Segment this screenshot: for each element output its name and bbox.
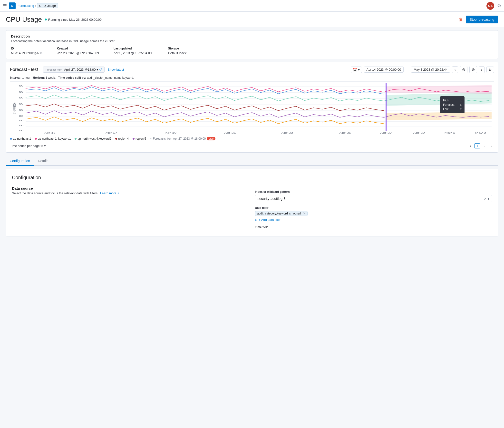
page-2-button[interactable]: 2 xyxy=(481,143,487,148)
id-value: M8d148bD8901fgJk ⧉ xyxy=(11,51,42,55)
forecast-star-icon: ✦ xyxy=(150,137,152,140)
refresh-icon: ↺ xyxy=(99,68,102,71)
tooltip-low-label: Low xyxy=(443,107,448,111)
tab-configuration[interactable]: Configuration xyxy=(6,156,34,166)
tooltip-low-close[interactable]: x xyxy=(460,107,462,111)
live-badge: Live xyxy=(207,137,215,140)
svg-marker-29 xyxy=(386,85,492,94)
page-prev-button[interactable]: ‹ xyxy=(468,143,473,148)
chart-area: 00 00 00 00 00 00 00 00 00 CPU Usage Apr… xyxy=(10,81,494,135)
zoom-in-button[interactable]: ⊕ xyxy=(469,66,477,73)
external-link-icon: ↗ xyxy=(117,192,119,195)
hamburger-icon[interactable]: ☰ xyxy=(3,3,7,9)
add-filter-button[interactable]: ⊕ + Add data filter xyxy=(255,218,281,222)
avatar[interactable]: OS xyxy=(486,2,494,10)
breadcrumb-separator: / xyxy=(35,4,36,8)
meta-storage: Storage Default index xyxy=(168,47,186,55)
svg-marker-30 xyxy=(386,112,492,120)
legend-dot-4 xyxy=(133,138,135,140)
svg-text:Apr 15: Apr 15 xyxy=(44,132,56,134)
show-latest-button[interactable]: Show latest xyxy=(107,68,124,71)
svg-text:Apr 29: Apr 29 xyxy=(413,132,425,134)
chevron-down-icon-cal: ▾ xyxy=(358,68,360,72)
date-from-input[interactable]: Apr 14 2023 @ 00:00:00 xyxy=(364,67,404,73)
config-card: Configuration Data source Select the dat… xyxy=(6,169,498,236)
svg-text:CPU Usage: CPU Usage xyxy=(12,102,17,114)
svg-text:00: 00 xyxy=(19,124,23,127)
legend-label-2: ap-north-west 4:keyword2 xyxy=(78,137,111,140)
page-nav: ‹ 1 2 › xyxy=(468,143,494,148)
page-next-button[interactable]: › xyxy=(489,143,494,148)
index-value: security-auditlog-3 xyxy=(258,197,285,201)
per-page-chevron-icon: ▾ xyxy=(44,144,46,148)
tooltip-forecast-row: Forecast x xyxy=(443,103,462,107)
split-value: audit_cluster_name, name.keyword. xyxy=(87,76,134,79)
index-label: Index or wildcard pattern xyxy=(255,190,492,194)
horizon-value: 1 week. xyxy=(46,76,56,79)
copy-icon[interactable]: ⧉ xyxy=(40,51,42,55)
description-title: Description xyxy=(11,34,493,38)
learn-more-link[interactable]: Learn more xyxy=(100,191,116,195)
meta-id: ID M8d148bD8901fgJk ⧉ xyxy=(11,47,42,55)
settings-icon[interactable]: ⚙ xyxy=(497,3,501,9)
legend-dot-0 xyxy=(10,138,12,140)
chart-svg: 00 00 00 00 00 00 00 00 00 CPU Usage Apr… xyxy=(10,82,494,135)
forecast-from-pill[interactable]: Forecast from April 27, 2023 @18:00 ▾ ↺ xyxy=(43,67,105,73)
storage-label: Storage xyxy=(168,47,186,50)
clear-icon[interactable]: ✕ xyxy=(484,197,487,201)
tab-details[interactable]: Details xyxy=(34,156,52,166)
zoom-out-button[interactable]: ⊖ xyxy=(460,66,467,73)
running-since-text: Running since May 26, 2023 00:00:00 xyxy=(48,18,102,21)
chart-header: Forecast - test Forecast from April 27, … xyxy=(10,66,494,73)
date-to-input[interactable]: May 3 2023 @ 20:22:44 xyxy=(411,67,450,73)
running-dot xyxy=(45,19,47,20)
index-input[interactable]: security-auditlog-3 ✕ ▾ xyxy=(255,195,492,202)
svg-text:Apr 17: Apr 17 xyxy=(106,132,117,134)
legend-dot-2 xyxy=(75,138,77,140)
per-page-selector[interactable]: Time series per page: 5 ▾ xyxy=(10,144,46,148)
legend-dot-1 xyxy=(35,138,37,140)
per-page-label: Time series per page: 5 xyxy=(10,144,43,148)
filter-remove-icon[interactable]: ✕ xyxy=(303,212,305,215)
svg-text:May 1: May 1 xyxy=(445,132,455,134)
svg-text:00: 00 xyxy=(19,103,23,105)
next-date-button[interactable]: › xyxy=(479,66,485,73)
stop-forecasting-button[interactable]: Stop forecasting xyxy=(466,16,498,23)
data-source-title: Data source xyxy=(12,186,249,190)
config-right: Index or wildcard pattern security-audit… xyxy=(255,186,492,230)
chevron-down-icon-index: ▾ xyxy=(488,197,489,201)
legend-label-0: ap-northeast1 xyxy=(13,137,31,140)
filter-value: audit_category.keyword is not null xyxy=(257,212,301,215)
delete-button[interactable]: 🗑 xyxy=(458,17,463,22)
config-left: Data source Select the data source and f… xyxy=(12,186,249,230)
updated-label: Last updated xyxy=(114,47,154,50)
breadcrumb-link-forecasting[interactable]: Forecasting xyxy=(18,4,34,8)
chart-settings-button[interactable]: ⚙ xyxy=(486,67,494,73)
description-card: Description Forecasting the potential cr… xyxy=(6,30,498,59)
svg-text:00: 00 xyxy=(19,90,23,93)
tabs-bar: Configuration Details xyxy=(6,156,498,166)
plus-circle-icon: ⊕ xyxy=(255,218,258,222)
nav-right: OS ⚙ xyxy=(486,2,501,10)
page-header-right: 🗑 Stop forecasting xyxy=(458,16,498,23)
svg-text:Apr 27: Apr 27 xyxy=(380,132,392,134)
forecast-from-label: Forecast from xyxy=(46,68,62,71)
id-label: ID xyxy=(11,47,42,50)
pagination-row: Time series per page: 5 ▾ ‹ 1 2 › xyxy=(10,143,494,148)
tooltip-low-row: Low x xyxy=(443,107,462,111)
chart-tooltip: High x Forecast x Low x xyxy=(440,96,465,113)
tooltip-high-close[interactable]: x xyxy=(460,99,462,102)
chart-legend: ap-northeast1 ap-northeast 1: keyword1 a… xyxy=(10,137,494,140)
calendar-button[interactable]: 📅 ▾ xyxy=(351,67,362,73)
page-header-left: CPU Usage Running since May 26, 2023 00:… xyxy=(6,16,102,23)
created-value: Jan 23, 2023 @ 09:30:04.009 xyxy=(57,51,99,55)
tooltip-forecast-close[interactable]: x xyxy=(460,103,462,107)
legend-label-1: ap-northeast 1: keyword1 xyxy=(38,137,71,140)
svg-marker-28 xyxy=(386,93,492,106)
svg-text:May 3: May 3 xyxy=(475,132,486,134)
legend-item-1: ap-northeast 1: keyword1 xyxy=(35,137,71,140)
description-text: Forecasting the potential critical incre… xyxy=(11,39,493,43)
page-1-button[interactable]: 1 xyxy=(474,143,480,148)
page-header: CPU Usage Running since May 26, 2023 00:… xyxy=(0,12,504,27)
prev-date-button[interactable]: ‹ xyxy=(452,66,458,73)
